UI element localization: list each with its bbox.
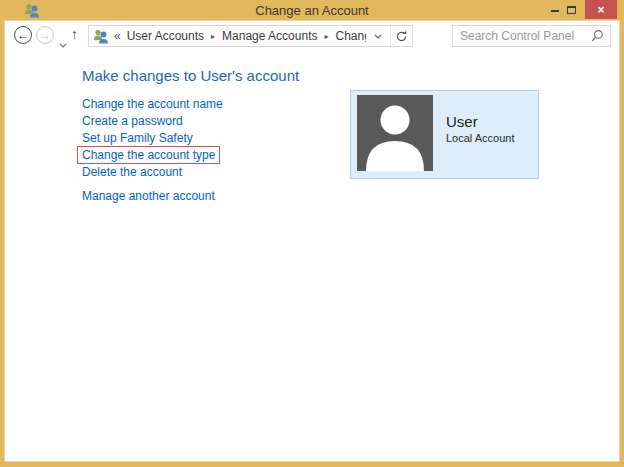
breadcrumb-item-manage-accounts[interactable]: Manage Accounts xyxy=(222,29,317,43)
task-link-manage-another-account[interactable]: Manage another account xyxy=(82,189,215,203)
window-controls: × xyxy=(546,0,617,19)
account-type-label: Local Account xyxy=(446,132,515,144)
task-link-change-the-account-name[interactable]: Change the account name xyxy=(82,97,223,111)
breadcrumb-item-user-accounts[interactable]: User Accounts xyxy=(127,29,204,43)
search-icon[interactable] xyxy=(584,29,610,43)
account-tile: User Local Account xyxy=(350,90,539,179)
breadcrumb: « User Accounts▸Manage Accounts▸Change a… xyxy=(88,25,413,47)
titlebar: Change an Account × xyxy=(0,0,624,21)
up-button[interactable]: ↑ xyxy=(71,26,78,42)
page-title: Make changes to User's account xyxy=(82,67,619,84)
search-box xyxy=(452,25,611,47)
task-link-set-up-family-safety[interactable]: Set up Family Safety xyxy=(82,131,193,145)
window-title: Change an Account xyxy=(100,3,524,18)
minimize-icon xyxy=(551,10,559,12)
maximize-button[interactable] xyxy=(563,0,580,19)
main-content: Make changes to User's account Change th… xyxy=(5,52,619,461)
client-area: ← → ↑ « User Accounts▸Manage Accounts▸Ch… xyxy=(5,21,619,461)
user-avatar xyxy=(357,95,433,171)
recent-pages-dropdown-icon[interactable] xyxy=(59,34,67,52)
forward-button[interactable]: → xyxy=(36,26,54,44)
address-dropdown-icon[interactable] xyxy=(366,34,390,39)
breadcrumb-overflow-chevron[interactable]: « xyxy=(114,29,121,43)
breadcrumb-separator: ▸ xyxy=(204,32,222,41)
task-link-change-the-account-type[interactable]: Change the account type xyxy=(77,146,220,164)
minimize-button[interactable] xyxy=(546,0,563,19)
breadcrumb-users-icon xyxy=(93,29,109,44)
refresh-icon[interactable] xyxy=(391,26,412,46)
close-button[interactable]: × xyxy=(585,0,617,19)
user-accounts-icon xyxy=(24,3,40,18)
breadcrumb-separator: ▸ xyxy=(317,32,335,41)
maximize-icon xyxy=(567,6,576,14)
task-link-delete-the-account[interactable]: Delete the account xyxy=(82,165,182,179)
back-button[interactable]: ← xyxy=(14,26,32,44)
manage-link-row: Manage another account xyxy=(82,187,619,204)
account-tile-text: User Local Account xyxy=(446,113,515,144)
control-panel-window: Change an Account × ← → ↑ xyxy=(0,0,624,467)
breadcrumb-items: User Accounts▸Manage Accounts▸Change an … xyxy=(127,29,366,43)
navigation-bar: ← → ↑ « User Accounts▸Manage Accounts▸Ch… xyxy=(5,21,619,52)
task-link-create-a-password[interactable]: Create a password xyxy=(82,114,183,128)
breadcrumb-item-change-an-account[interactable]: Change an Account xyxy=(336,29,366,43)
search-input[interactable] xyxy=(453,29,584,43)
account-name: User xyxy=(446,113,515,130)
